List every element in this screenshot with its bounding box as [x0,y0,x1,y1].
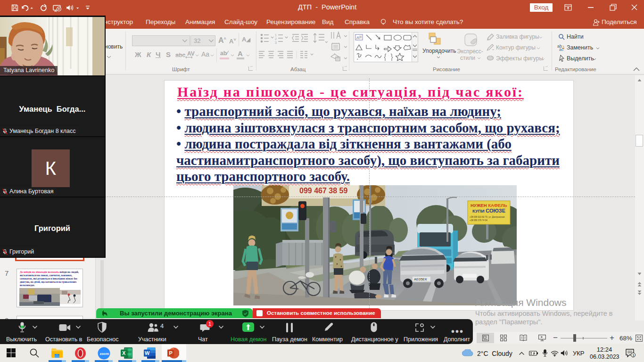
svg-text:AE05ЕК: AE05ЕК [414,277,427,281]
svg-text:1: 1 [632,353,635,357]
svg-text:2: 2 [275,37,277,41]
svg-text:A: A [356,35,359,40]
svg-text:+38 056 376 74 94: +38 056 376 74 94 [470,219,487,222]
svg-text:W: W [145,350,150,356]
svg-text:КУПИ СОЮЗЕ: КУПИ СОЮЗЕ [472,208,505,214]
svg-text:ac: ac [559,47,564,51]
svg-text:099 467 38 59: 099 467 38 59 [299,187,347,195]
svg-text:X: X [122,350,126,356]
svg-text:1: 1 [275,33,277,37]
svg-text:3: 3 [275,41,277,44]
svg-text:+38 095 910 82 70, ул. Днепров: +38 095 910 82 70, ул. Днепровская [470,216,505,218]
svg-text:P: P [169,350,173,356]
svg-text:НУЖЕН КАФЕЛЬ: НУЖЕН КАФЕЛЬ [471,203,507,208]
svg-text:zoom: zoom [100,352,109,356]
